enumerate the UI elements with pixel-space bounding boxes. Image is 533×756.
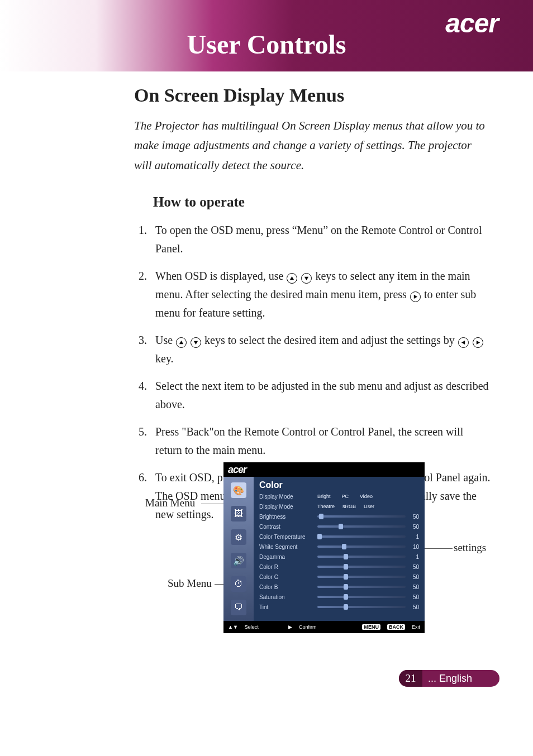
- right-arrow-icon: [473, 337, 483, 348]
- osd-row: Display Mode Theatre sRGB User: [259, 501, 419, 511]
- left-arrow-icon: [458, 337, 469, 348]
- osd-label: Color Temperature: [259, 534, 317, 540]
- osd-slider: [317, 556, 406, 558]
- step-text: key.: [155, 352, 174, 365]
- osd-row: Color G50: [259, 572, 419, 582]
- osd-slider-thumb: [344, 604, 348, 610]
- svg-marker-1: [304, 277, 308, 280]
- osd-label: Color G: [259, 574, 317, 580]
- callout-sub-menu: Sub Menu: [168, 577, 212, 590]
- osd-slider-thumb: [344, 594, 348, 600]
- osd-footer-confirm: Confirm: [299, 624, 317, 630]
- palette-icon: 🎨: [231, 482, 246, 498]
- osd-value: 50: [406, 584, 419, 590]
- osd-value: 50: [406, 604, 419, 610]
- osd-footer-chip-back: BACK: [387, 624, 405, 630]
- step-5: Press "Back"on the Remote Control or Con…: [139, 423, 492, 460]
- step-2: When OSD is displayed, use keys to selec…: [139, 267, 492, 322]
- section-title: User Controls: [0, 29, 533, 60]
- osd-slider: [317, 596, 406, 598]
- step-text: Use: [155, 334, 175, 346]
- osd-row: Brightness50: [259, 511, 419, 521]
- osd-mode-option: Theatre: [317, 504, 335, 509]
- osd-brand: acer: [228, 464, 246, 476]
- callout-line: [425, 548, 453, 549]
- osd-slider-thumb: [344, 564, 348, 570]
- osd-row: Saturation50: [259, 592, 419, 602]
- osd-slider-thumb: [319, 514, 323, 519]
- callout-main-menu: Main Menu: [145, 497, 195, 509]
- up-arrow-icon: [176, 337, 187, 348]
- osd-row: Display Mode Bright PC Video: [259, 491, 419, 501]
- step-text: Select the next item to be adjusted in t…: [155, 380, 489, 410]
- osd-mode-option: Video: [360, 494, 373, 499]
- osd-label: Contrast: [259, 524, 317, 530]
- svg-marker-4: [194, 341, 198, 344]
- svg-marker-2: [414, 295, 417, 299]
- osd-slider: [317, 515, 406, 518]
- osd-slider-thumb: [344, 584, 348, 590]
- osd-value: 50: [406, 574, 419, 580]
- intro-paragraph: The Projector has multilingual On Screen…: [134, 116, 492, 175]
- step-text: keys to select the desired item and adju…: [204, 334, 458, 346]
- osd-sub-menu: Color Display Mode Bright PC Video Displ…: [254, 477, 425, 621]
- svg-marker-5: [461, 341, 465, 344]
- timer-icon: ⏱: [231, 576, 246, 592]
- osd-footer-bar: ▲▼ Select ▶ Confirm MENU BACK Exit: [223, 621, 425, 633]
- callout-settings: settings: [454, 542, 486, 554]
- page-number: 21: [399, 670, 422, 687]
- svg-marker-6: [477, 341, 480, 344]
- gear-icon: ⚙: [231, 529, 246, 545]
- osd-panel: acer 🎨 🖼 ⚙ 🔊 ⏱ 🗨 Color Display Mode Brig…: [223, 462, 425, 633]
- osd-row: Degamma1: [259, 552, 419, 562]
- svg-marker-0: [290, 276, 294, 280]
- down-arrow-icon: [301, 273, 312, 284]
- osd-row: Color Temperature1: [259, 532, 419, 542]
- step-3: Use keys to select the desired item and …: [139, 331, 492, 368]
- osd-mode-option: User: [364, 504, 374, 509]
- osd-slider-thumb: [342, 544, 346, 549]
- osd-label: Degamma: [259, 554, 317, 560]
- up-arrow-icon: [287, 273, 297, 284]
- osd-mode-option: sRGB: [342, 504, 356, 509]
- osd-value: 50: [406, 594, 419, 600]
- page-heading: On Screen Display Menus: [134, 85, 492, 106]
- language-icon: 🗨: [231, 600, 246, 615]
- osd-main-menu: 🎨 🖼 ⚙ 🔊 ⏱ 🗨: [223, 477, 254, 621]
- osd-label: Display Mode: [259, 494, 317, 500]
- svg-marker-3: [179, 341, 183, 344]
- osd-label: Brightness: [259, 514, 317, 520]
- page-language: ... English: [428, 673, 472, 685]
- osd-label: Saturation: [259, 594, 317, 600]
- osd-row: Color R50: [259, 562, 419, 572]
- osd-slider: [317, 576, 406, 578]
- osd-label: Color B: [259, 584, 317, 590]
- step-1: To open the OSD menu, press “Menu” on th…: [139, 221, 492, 258]
- page-footer-pill: 21 ... English: [399, 670, 499, 687]
- osd-slider-thumb: [344, 574, 348, 580]
- osd-label: Display Mode: [259, 504, 317, 510]
- osd-row: Contrast50: [259, 521, 419, 532]
- osd-label: Tint: [259, 604, 317, 610]
- osd-top-bar: acer: [223, 462, 425, 477]
- step-text: When OSD is displayed, use: [155, 270, 286, 282]
- right-arrow-icon: [410, 291, 421, 302]
- osd-mode-option: PC: [342, 494, 349, 499]
- osd-value: 1: [406, 534, 419, 540]
- step-text: Press "Back"on the Remote Control or Con…: [155, 425, 463, 456]
- osd-value: 50: [406, 514, 419, 520]
- osd-label: Color R: [259, 564, 317, 570]
- subsection-heading: How to operate: [153, 194, 492, 210]
- step-4: Select the next item to be adjusted in t…: [139, 377, 492, 414]
- osd-slider-thumb: [344, 554, 348, 559]
- osd-slider-thumb: [339, 524, 343, 529]
- osd-row: White Segment10: [259, 542, 419, 552]
- osd-row: Color B50: [259, 582, 419, 592]
- image-icon: 🖼: [231, 506, 246, 521]
- osd-footer-exit: Exit: [412, 624, 420, 630]
- osd-footer-select: Select: [245, 624, 259, 630]
- osd-label: White Segment: [259, 544, 317, 550]
- osd-value: 1: [406, 554, 419, 560]
- right-arrow-icon: ▶: [288, 624, 292, 630]
- osd-footer-chip-menu: MENU: [362, 624, 380, 630]
